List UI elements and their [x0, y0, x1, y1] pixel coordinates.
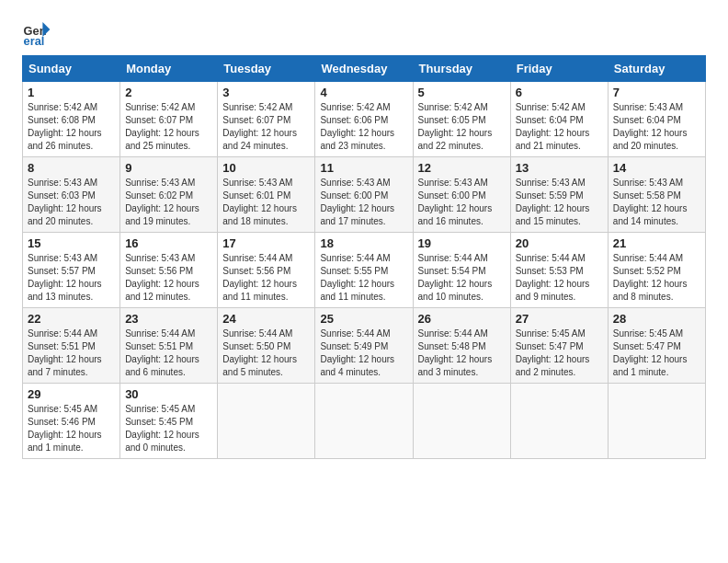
svg-text:eral: eral — [24, 34, 45, 48]
calendar-cell: 19Sunrise: 5:44 AM Sunset: 5:54 PM Dayli… — [413, 233, 510, 308]
column-header-wednesday: Wednesday — [315, 56, 413, 82]
day-number: 21 — [613, 236, 700, 250]
day-number: 19 — [418, 236, 506, 250]
calendar-cell: 16Sunrise: 5:43 AM Sunset: 5:56 PM Dayli… — [120, 233, 218, 308]
day-detail: Sunrise: 5:43 AM Sunset: 6:00 PM Dayligh… — [418, 177, 506, 228]
calendar-cell: 17Sunrise: 5:44 AM Sunset: 5:56 PM Dayli… — [218, 233, 315, 308]
day-detail: Sunrise: 5:43 AM Sunset: 6:03 PM Dayligh… — [28, 177, 115, 228]
day-detail: Sunrise: 5:42 AM Sunset: 6:04 PM Dayligh… — [516, 101, 603, 153]
day-number: 25 — [320, 312, 407, 326]
day-detail: Sunrise: 5:45 AM Sunset: 5:46 PM Dayligh… — [28, 403, 115, 454]
calendar-cell: 6Sunrise: 5:42 AM Sunset: 6:04 PM Daylig… — [510, 82, 608, 157]
day-detail: Sunrise: 5:42 AM Sunset: 6:05 PM Dayligh… — [418, 101, 506, 153]
logo-icon: Gen eral — [22, 18, 51, 48]
day-number: 14 — [613, 161, 700, 175]
calendar-cell: 21Sunrise: 5:44 AM Sunset: 5:52 PM Dayli… — [608, 233, 705, 308]
calendar-cell: 4Sunrise: 5:42 AM Sunset: 6:06 PM Daylig… — [315, 82, 413, 157]
day-number: 28 — [613, 312, 700, 326]
day-detail: Sunrise: 5:44 AM Sunset: 5:51 PM Dayligh… — [125, 327, 212, 379]
calendar-cell: 18Sunrise: 5:44 AM Sunset: 5:55 PM Dayli… — [315, 233, 413, 308]
page-header: Gen eral — [22, 18, 706, 48]
day-number: 29 — [28, 387, 115, 401]
calendar-week-1: 1Sunrise: 5:42 AM Sunset: 6:08 PM Daylig… — [23, 82, 706, 157]
calendar-cell: 7Sunrise: 5:43 AM Sunset: 6:04 PM Daylig… — [608, 82, 705, 157]
day-number: 6 — [516, 86, 603, 99]
day-detail: Sunrise: 5:42 AM Sunset: 6:07 PM Dayligh… — [222, 101, 310, 153]
calendar-header-row: SundayMondayTuesdayWednesdayThursdayFrid… — [23, 56, 706, 82]
day-number: 27 — [516, 312, 603, 326]
calendar-cell: 5Sunrise: 5:42 AM Sunset: 6:05 PM Daylig… — [413, 82, 510, 157]
day-detail: Sunrise: 5:44 AM Sunset: 5:53 PM Dayligh… — [516, 252, 603, 304]
calendar-cell: 26Sunrise: 5:44 AM Sunset: 5:48 PM Dayli… — [413, 308, 510, 384]
column-header-friday: Friday — [510, 56, 608, 82]
day-number: 18 — [320, 236, 407, 250]
day-detail: Sunrise: 5:44 AM Sunset: 5:50 PM Dayligh… — [222, 327, 310, 379]
day-detail: Sunrise: 5:45 AM Sunset: 5:45 PM Dayligh… — [125, 403, 212, 454]
calendar-cell: 15Sunrise: 5:43 AM Sunset: 5:57 PM Dayli… — [23, 233, 120, 308]
day-detail: Sunrise: 5:44 AM Sunset: 5:51 PM Dayligh… — [28, 327, 115, 379]
day-number: 1 — [28, 86, 115, 99]
day-number: 15 — [28, 236, 115, 250]
column-header-thursday: Thursday — [413, 56, 510, 82]
day-detail: Sunrise: 5:42 AM Sunset: 6:07 PM Dayligh… — [125, 101, 212, 153]
calendar-cell: 29Sunrise: 5:45 AM Sunset: 5:46 PM Dayli… — [23, 384, 120, 459]
column-header-monday: Monday — [120, 56, 218, 82]
calendar-cell: 1Sunrise: 5:42 AM Sunset: 6:08 PM Daylig… — [23, 82, 120, 157]
calendar-week-2: 8Sunrise: 5:43 AM Sunset: 6:03 PM Daylig… — [23, 157, 706, 233]
calendar-cell: 27Sunrise: 5:45 AM Sunset: 5:47 PM Dayli… — [510, 308, 608, 384]
day-number: 22 — [28, 312, 115, 326]
day-detail: Sunrise: 5:43 AM Sunset: 6:00 PM Dayligh… — [320, 177, 407, 228]
day-detail: Sunrise: 5:42 AM Sunset: 6:08 PM Dayligh… — [28, 101, 115, 153]
calendar-cell — [510, 384, 608, 459]
day-detail: Sunrise: 5:44 AM Sunset: 5:49 PM Dayligh… — [320, 327, 407, 379]
day-number: 11 — [320, 161, 407, 175]
day-number: 4 — [320, 86, 407, 99]
calendar-week-4: 22Sunrise: 5:44 AM Sunset: 5:51 PM Dayli… — [23, 308, 706, 384]
calendar-cell: 12Sunrise: 5:43 AM Sunset: 6:00 PM Dayli… — [413, 157, 510, 233]
day-number: 7 — [613, 86, 700, 99]
day-detail: Sunrise: 5:44 AM Sunset: 5:54 PM Dayligh… — [418, 252, 506, 304]
calendar-cell — [218, 384, 315, 459]
day-number: 5 — [418, 86, 506, 99]
day-detail: Sunrise: 5:43 AM Sunset: 5:56 PM Dayligh… — [125, 252, 212, 304]
calendar-cell: 13Sunrise: 5:43 AM Sunset: 5:59 PM Dayli… — [510, 157, 608, 233]
day-number: 17 — [222, 236, 310, 250]
calendar-cell: 28Sunrise: 5:45 AM Sunset: 5:47 PM Dayli… — [608, 308, 705, 384]
day-number: 20 — [516, 236, 603, 250]
calendar-cell — [413, 384, 510, 459]
day-detail: Sunrise: 5:44 AM Sunset: 5:52 PM Dayligh… — [613, 252, 700, 304]
calendar-cell: 11Sunrise: 5:43 AM Sunset: 6:00 PM Dayli… — [315, 157, 413, 233]
calendar-cell: 8Sunrise: 5:43 AM Sunset: 6:03 PM Daylig… — [23, 157, 120, 233]
calendar-cell: 23Sunrise: 5:44 AM Sunset: 5:51 PM Dayli… — [120, 308, 218, 384]
day-number: 12 — [418, 161, 506, 175]
day-number: 9 — [125, 161, 212, 175]
day-number: 26 — [418, 312, 506, 326]
day-detail: Sunrise: 5:45 AM Sunset: 5:47 PM Dayligh… — [516, 327, 603, 379]
column-header-sunday: Sunday — [23, 56, 120, 82]
day-detail: Sunrise: 5:44 AM Sunset: 5:55 PM Dayligh… — [320, 252, 407, 304]
column-header-saturday: Saturday — [608, 56, 705, 82]
calendar-cell: 10Sunrise: 5:43 AM Sunset: 6:01 PM Dayli… — [218, 157, 315, 233]
day-detail: Sunrise: 5:43 AM Sunset: 5:57 PM Dayligh… — [28, 252, 115, 304]
day-detail: Sunrise: 5:43 AM Sunset: 6:04 PM Dayligh… — [613, 101, 700, 153]
calendar-cell: 20Sunrise: 5:44 AM Sunset: 5:53 PM Dayli… — [510, 233, 608, 308]
day-number: 13 — [516, 161, 603, 175]
day-number: 3 — [222, 86, 310, 99]
day-number: 24 — [222, 312, 310, 326]
day-detail: Sunrise: 5:43 AM Sunset: 6:01 PM Dayligh… — [222, 177, 310, 228]
calendar-cell: 30Sunrise: 5:45 AM Sunset: 5:45 PM Dayli… — [120, 384, 218, 459]
calendar-week-3: 15Sunrise: 5:43 AM Sunset: 5:57 PM Dayli… — [23, 233, 706, 308]
day-number: 2 — [125, 86, 212, 99]
day-detail: Sunrise: 5:44 AM Sunset: 5:56 PM Dayligh… — [222, 252, 310, 304]
calendar-cell: 3Sunrise: 5:42 AM Sunset: 6:07 PM Daylig… — [218, 82, 315, 157]
day-detail: Sunrise: 5:43 AM Sunset: 6:02 PM Dayligh… — [125, 177, 212, 228]
logo: Gen eral — [22, 18, 55, 48]
calendar-cell: 2Sunrise: 5:42 AM Sunset: 6:07 PM Daylig… — [120, 82, 218, 157]
calendar-cell: 14Sunrise: 5:43 AM Sunset: 5:58 PM Dayli… — [608, 157, 705, 233]
calendar-table: SundayMondayTuesdayWednesdayThursdayFrid… — [22, 55, 706, 459]
day-number: 10 — [222, 161, 310, 175]
day-detail: Sunrise: 5:45 AM Sunset: 5:47 PM Dayligh… — [613, 327, 700, 379]
calendar-cell — [315, 384, 413, 459]
day-detail: Sunrise: 5:44 AM Sunset: 5:48 PM Dayligh… — [418, 327, 506, 379]
day-number: 16 — [125, 236, 212, 250]
